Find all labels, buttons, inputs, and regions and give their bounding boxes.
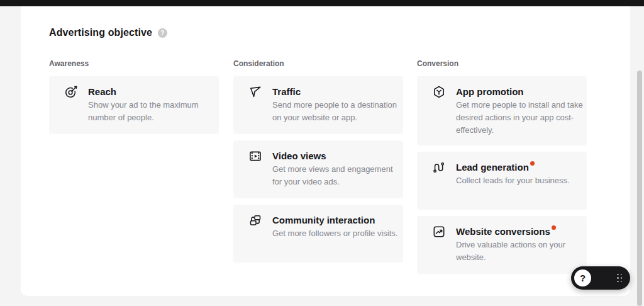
card-body: Website conversions Drive valuable actio… xyxy=(456,225,565,265)
dots-grid-icon[interactable] xyxy=(617,274,622,282)
card-description-line: Collect leads for your business. xyxy=(456,174,570,187)
card-description-line: Get more people to install and take xyxy=(456,99,583,111)
website-conversions-icon xyxy=(432,225,446,239)
card-description-line: effectively. xyxy=(456,124,583,137)
card-title: Reach xyxy=(88,86,116,97)
objective-card-lead-generation[interactable]: Lead generation Collect leads for your b… xyxy=(417,152,587,210)
card-description-line: for your video ads. xyxy=(272,176,393,188)
traffic-icon xyxy=(248,85,262,99)
card-title: Lead generation xyxy=(456,162,529,173)
objective-card-traffic[interactable]: Traffic Send more people to a destinatio… xyxy=(233,76,403,134)
objective-card-app-promotion[interactable]: App promotion Get more people to install… xyxy=(417,76,587,145)
card-description-line: Get more views and engagement xyxy=(272,163,393,176)
card-description-line: Show your ad to the maximum xyxy=(88,99,199,111)
page-title: Advertising objective ? xyxy=(49,27,167,38)
column-conversion: Conversion App promotion Get more people… xyxy=(417,59,587,280)
reach-icon xyxy=(64,85,78,99)
column-awareness: Awareness Reach Show your ad to the maxi… xyxy=(49,59,219,140)
card-description-line: on your website or app. xyxy=(272,111,397,124)
card-body: Video views Get more views and engagemen… xyxy=(272,149,393,190)
objective-card-video-views[interactable]: Video views Get more views and engagemen… xyxy=(233,140,403,198)
new-badge-dot xyxy=(552,225,556,230)
new-badge-dot xyxy=(530,161,535,166)
column-label-consideration: Consideration xyxy=(233,59,403,68)
card-body: Lead generation Collect leads for your b… xyxy=(456,161,570,201)
column-consideration: Consideration Traffic Send more people t… xyxy=(233,59,403,269)
lead-generation-icon xyxy=(432,161,446,174)
column-label-conversion: Conversion xyxy=(417,59,587,68)
card-description-line: Send more people to a destination xyxy=(272,99,397,111)
help-icon[interactable]: ? xyxy=(158,28,167,38)
column-label-awareness: Awareness xyxy=(49,59,219,68)
card-body: Reach Show your ad to the maximum number… xyxy=(88,85,199,125)
top-black-bar xyxy=(0,0,644,6)
card-description-line: desired actions in your app cost- xyxy=(456,111,583,124)
vertical-scrollbar-thumb[interactable] xyxy=(637,71,642,306)
card-body: App promotion Get more people to install… xyxy=(456,85,583,137)
app-promotion-icon xyxy=(432,85,446,99)
card-title: Community interaction xyxy=(272,215,375,225)
ads-objective-page: Advertising objective ? Awareness Reach … xyxy=(0,0,644,306)
card-body: Traffic Send more people to a destinatio… xyxy=(272,85,397,125)
card-title: Traffic xyxy=(272,86,301,97)
objective-card-community-interaction[interactable]: Community interaction Get more followers… xyxy=(233,205,403,263)
card-title: App promotion xyxy=(456,86,523,97)
card-title: Website conversions xyxy=(456,226,550,237)
card-description-line: number of people. xyxy=(88,111,199,124)
card-body: Community interaction Get more followers… xyxy=(272,213,397,254)
card-description-line: Drive valuable actions on your xyxy=(456,239,565,251)
floating-help-widget: ? xyxy=(571,266,630,290)
objective-card-reach[interactable]: Reach Show your ad to the maximum number… xyxy=(49,76,219,134)
card-description-line: website. xyxy=(456,251,565,264)
objective-card-website-conversions[interactable]: Website conversions Drive valuable actio… xyxy=(417,216,587,274)
card-description-line: Get more followers or profile visits. xyxy=(272,227,397,240)
video-views-icon xyxy=(248,149,262,163)
page-title-text: Advertising objective xyxy=(49,27,152,38)
card-title: Video views xyxy=(272,150,326,161)
help-button[interactable]: ? xyxy=(574,269,591,286)
community-interaction-icon xyxy=(248,213,262,227)
